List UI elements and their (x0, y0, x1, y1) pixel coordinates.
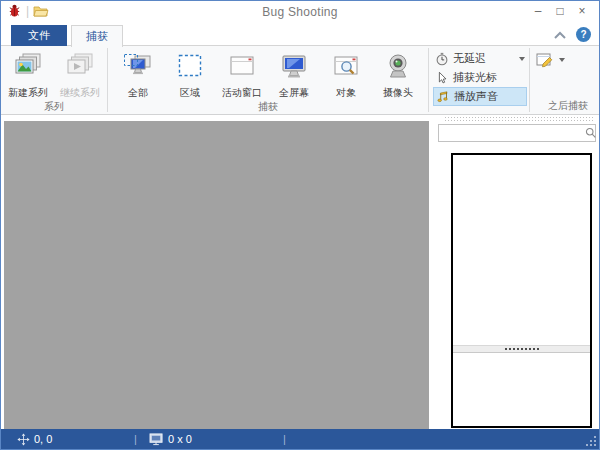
no-delay-label: 无延迟 (453, 51, 515, 66)
play-sound-label: 播放声音 (454, 89, 524, 104)
resize-grip-icon[interactable] (585, 435, 597, 447)
selection-size-status: 0 x 0 (149, 429, 192, 449)
capture-group-label: 捕获 (108, 100, 428, 114)
cursor-position-status: 0, 0 (17, 429, 52, 449)
capture-object-button[interactable]: 对象 (321, 49, 371, 100)
search-input[interactable] (439, 126, 585, 140)
collapse-ribbon-icon[interactable] (552, 30, 568, 40)
capture-region-button[interactable]: 区域 (165, 49, 215, 100)
cursor-icon (435, 71, 449, 85)
bug-shooting-window: | Bug Shooting – □ × 文件 捕获 ? (0, 0, 600, 450)
new-series-button[interactable]: 新建系列 (2, 49, 54, 100)
capture-fullscreen-button[interactable]: 全屏幕 (269, 49, 319, 100)
move-arrows-icon (17, 433, 30, 446)
status-bar: 0, 0 | 0 x 0 | (1, 429, 599, 449)
series-group-label: 系列 (1, 100, 107, 114)
capture-webcam-label: 摄像头 (383, 86, 413, 100)
photo-stack-icon (12, 51, 44, 83)
capture-all-label: 全部 (128, 86, 148, 100)
sidebar-grip[interactable] (444, 116, 593, 122)
group-after-capture: 之后捕获 (530, 46, 592, 114)
window-controls: – □ × (527, 2, 593, 20)
output-sidebar (431, 115, 598, 429)
maximize-button[interactable]: □ (549, 2, 571, 20)
status-separator-1: | (134, 429, 137, 449)
capture-cursor-label: 捕获光标 (453, 70, 525, 85)
photo-stack-play-icon (64, 51, 96, 83)
after-capture-group-label: 之后捕获 (530, 99, 592, 114)
window-title: Bug Shooting (1, 5, 599, 19)
main-content (1, 115, 599, 429)
capture-active-window-label: 活动窗口 (222, 86, 262, 100)
capture-region-label: 区域 (180, 86, 200, 100)
splitter-handle (505, 348, 539, 350)
tab-capture[interactable]: 捕获 (71, 25, 123, 47)
editor-dropdown-icon[interactable] (559, 58, 565, 62)
timer-icon (435, 52, 449, 66)
group-capture: 全部 区域 (108, 46, 428, 114)
title-bar: | Bug Shooting – □ × (1, 1, 599, 23)
ribbon: 新建系列 继续系列 系列 (1, 46, 599, 115)
group-series: 新建系列 继续系列 系列 (1, 46, 107, 114)
music-notes-icon (436, 90, 450, 104)
help-button[interactable]: ? (576, 27, 591, 42)
screen-size-icon (149, 433, 164, 446)
window-magnifier-icon (330, 51, 362, 83)
search-icon[interactable] (585, 127, 597, 139)
tab-file[interactable]: 文件 (11, 25, 67, 46)
search-box (438, 124, 596, 142)
cursor-position-value: 0, 0 (34, 433, 52, 445)
close-button[interactable]: × (571, 2, 593, 20)
no-delay-option[interactable]: 无延迟 (433, 49, 527, 68)
continue-series-button[interactable]: 继续系列 (54, 49, 106, 100)
monitors-selection-icon (122, 51, 154, 83)
capture-fullscreen-label: 全屏幕 (279, 86, 309, 100)
continue-series-label: 继续系列 (60, 86, 100, 100)
window-icon (226, 51, 258, 83)
editor-tool-icon[interactable] (536, 52, 555, 69)
play-sound-option[interactable]: 播放声音 (433, 87, 527, 106)
capture-webcam-button[interactable]: 摄像头 (373, 49, 423, 100)
selection-size-value: 0 x 0 (168, 433, 192, 445)
minimize-button[interactable]: – (527, 2, 549, 20)
output-preview-panel (451, 153, 592, 428)
capture-object-label: 对象 (336, 86, 356, 100)
monitor-icon (278, 51, 310, 83)
new-series-label: 新建系列 (8, 86, 48, 100)
capture-all-button[interactable]: 全部 (113, 49, 163, 100)
preview-splitter[interactable] (453, 345, 590, 353)
capture-canvas (4, 121, 429, 429)
dashed-region-icon (174, 51, 206, 83)
group-capture-options: 无延迟 捕获光标 (429, 46, 529, 114)
ribbon-tab-row: 文件 捕获 ? (1, 23, 599, 46)
capture-active-window-button[interactable]: 活动窗口 (217, 49, 267, 100)
webcam-icon (382, 51, 414, 83)
capture-cursor-option[interactable]: 捕获光标 (433, 68, 527, 87)
delay-dropdown-icon[interactable] (519, 57, 525, 61)
status-separator-2: | (283, 429, 286, 449)
